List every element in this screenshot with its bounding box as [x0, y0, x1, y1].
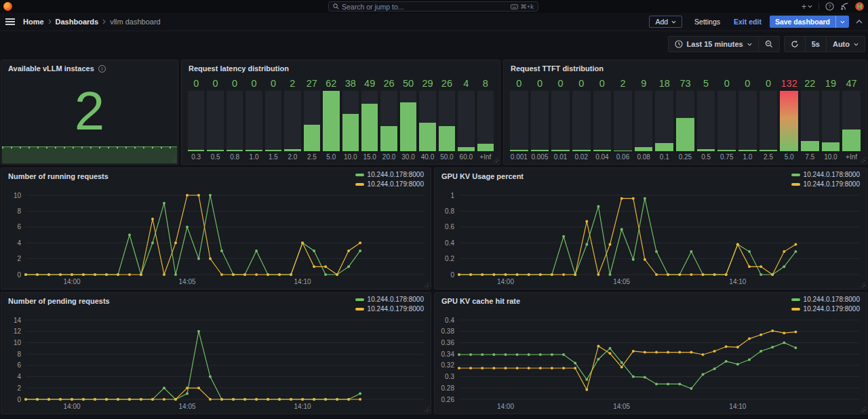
- bar-value: 0: [245, 78, 262, 91]
- bar-value: 26: [380, 78, 397, 91]
- histogram-bar: 47+Inf: [842, 78, 861, 161]
- add-button[interactable]: Add: [649, 16, 682, 28]
- histogram-bar: 272.5: [304, 78, 320, 161]
- bar-track: [635, 91, 653, 151]
- legend-item[interactable]: 10.244.0.178:8000: [355, 296, 424, 303]
- svg-text:1: 1: [450, 192, 454, 199]
- bar-fill: [572, 150, 591, 151]
- bar-fill: [419, 123, 435, 151]
- bar-fill: [284, 149, 300, 151]
- refresh-interval-label[interactable]: 5s: [805, 37, 826, 52]
- legend-item[interactable]: 10.244.0.179:8000: [355, 180, 424, 188]
- histogram-bar: 2940.0: [419, 78, 435, 161]
- bar-bucket-label: 1.0: [738, 151, 757, 161]
- bar-track: [780, 91, 798, 151]
- legend-item[interactable]: 10.244.0.179:8000: [355, 305, 424, 313]
- bar-track: [342, 91, 359, 151]
- info-icon[interactable]: i: [98, 65, 106, 73]
- bar-value: 19: [822, 78, 840, 91]
- time-range-picker[interactable]: Last 15 minutes: [669, 37, 758, 52]
- add-menu-button[interactable]: +: [802, 2, 812, 12]
- grafana-logo[interactable]: [3, 2, 12, 11]
- bar-bucket-label: 0.08: [635, 151, 653, 161]
- series-swatch: [355, 298, 364, 301]
- top-navbar: Search or jump to... ⌘+k + ?: [0, 0, 868, 13]
- bar-track: [458, 91, 474, 151]
- svg-text:14:05: 14:05: [613, 403, 630, 410]
- svg-text:6: 6: [17, 223, 21, 231]
- bar-fill: [531, 150, 549, 151]
- series-swatch: [355, 174, 364, 176]
- legend: 10.244.0.178:8000 10.244.0.179:8000: [355, 296, 424, 313]
- zoom-out-button[interactable]: [758, 37, 779, 52]
- user-avatar[interactable]: [855, 2, 864, 11]
- histogram-bar: 90.08: [635, 78, 653, 161]
- histogram-bar: 00.8: [226, 78, 243, 161]
- svg-text:?: ?: [828, 3, 831, 9]
- bar-bucket-label: 0.01: [551, 151, 570, 161]
- svg-text:0: 0: [17, 271, 21, 279]
- bar-bucket-label: 5.0: [780, 151, 798, 161]
- bar-fill: [342, 114, 359, 151]
- stat-sparkline: [2, 146, 177, 163]
- bar-track: [593, 91, 612, 151]
- bar-fill: [614, 151, 632, 151]
- histogram-bar: 22.0: [284, 78, 300, 161]
- legend-item[interactable]: 10.244.0.178:8000: [791, 171, 860, 178]
- menu-toggle-icon[interactable]: [5, 18, 15, 25]
- bar-bucket-label: 0.005: [531, 151, 549, 161]
- auto-refresh-picker[interactable]: Auto: [826, 37, 865, 52]
- legend-item[interactable]: 10.244.0.179:8000: [791, 305, 860, 313]
- zoom-out-icon: [765, 40, 773, 48]
- panel-title[interactable]: Request latency distribution: [182, 60, 500, 77]
- panel-title[interactable]: Request TTFT distribution: [504, 60, 867, 77]
- bar-fill: [265, 150, 281, 151]
- save-dashboard-button[interactable]: Save dashboard: [770, 16, 849, 28]
- bar-fill: [188, 150, 204, 151]
- panel-title[interactable]: Available vLLM instaces i: [1, 60, 178, 77]
- histogram-bar: 00.001: [510, 78, 528, 161]
- bar-bucket-label: 1.0: [245, 151, 262, 161]
- bar-value: 0: [551, 78, 570, 91]
- bar-track: [801, 91, 819, 151]
- breadcrumb-current: vllm dashboard: [110, 18, 161, 26]
- legend-item[interactable]: 10.244.0.178:8000: [791, 296, 860, 303]
- legend-item[interactable]: 10.244.0.179:8000: [791, 180, 860, 188]
- bar-value: 5: [697, 78, 715, 91]
- exit-edit-button[interactable]: Exit edit: [732, 16, 763, 28]
- svg-text:14:10: 14:10: [294, 278, 311, 285]
- bar-fill: [400, 102, 416, 151]
- svg-text:10: 10: [14, 192, 22, 199]
- histogram-bar: 180.1: [655, 78, 673, 161]
- legend-item[interactable]: 10.244.0.178:8000: [355, 171, 424, 178]
- clock-icon: [675, 40, 683, 48]
- panel-running-requests: Number of running requests 024681014:001…: [1, 167, 431, 290]
- collapse-up-icon[interactable]: [856, 20, 863, 24]
- breadcrumb-dashboards[interactable]: Dashboards: [56, 18, 99, 26]
- histogram-bar: 01.5: [265, 78, 281, 161]
- panel-pending-requests: Number of pending requests 0246810121414…: [1, 292, 431, 414]
- save-options-caret[interactable]: [835, 16, 849, 28]
- bar-track: [477, 91, 494, 151]
- bar-value: 9: [635, 78, 653, 91]
- histogram-bar: 460.0: [458, 78, 474, 161]
- bar-fill: [323, 91, 339, 151]
- refresh-button[interactable]: [785, 37, 805, 52]
- bar-track: [676, 91, 694, 151]
- bar-track: [188, 91, 204, 151]
- histogram-bar: 4915.0: [361, 78, 378, 161]
- search-input[interactable]: Search or jump to... ⌘+k: [328, 1, 538, 12]
- bar-value: 132: [780, 78, 798, 91]
- breadcrumb-home[interactable]: Home: [23, 18, 44, 26]
- svg-text:0.2: 0.2: [445, 255, 454, 262]
- stat-value: 2: [75, 84, 105, 138]
- bar-track: [655, 91, 673, 151]
- settings-button[interactable]: Settings: [689, 16, 726, 28]
- bar-fill: [842, 129, 861, 151]
- bar-fill: [361, 104, 378, 151]
- news-icon[interactable]: [840, 2, 849, 11]
- bar-fill: [477, 144, 494, 151]
- keyboard-icon: [511, 4, 518, 9]
- svg-text:14:05: 14:05: [613, 278, 630, 285]
- help-icon[interactable]: ?: [825, 2, 834, 11]
